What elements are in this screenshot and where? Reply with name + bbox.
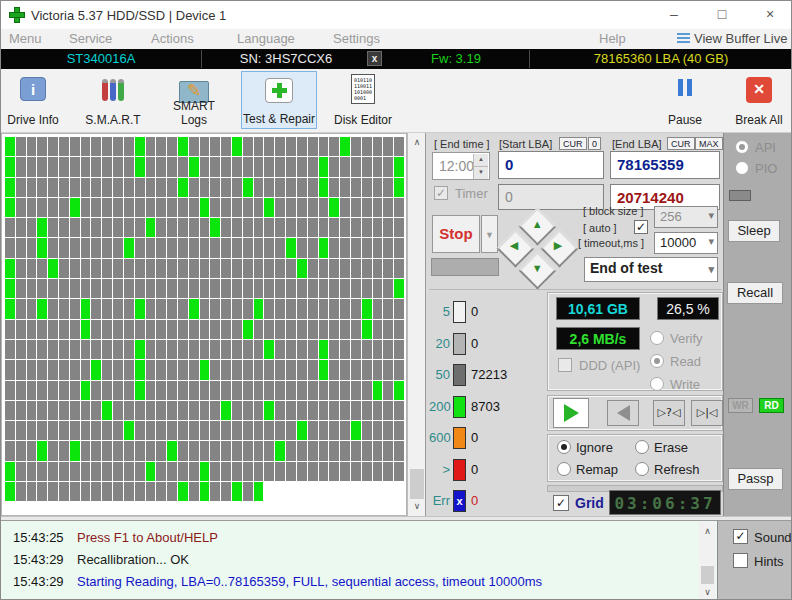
victoria-window: Victoria 5.37 HDD/SSD | Device 1 – □ × M… (0, 0, 792, 600)
log-scrollbar[interactable]: ∧ ∨ (699, 522, 716, 600)
scroll-up-icon[interactable]: ∧ (409, 135, 425, 150)
menu-item-service[interactable]: Service (69, 31, 112, 46)
list-icon (677, 33, 690, 44)
spinner-arrows[interactable]: ▲▼ (473, 154, 488, 178)
first-aid-icon (265, 78, 293, 103)
block-cell (59, 421, 69, 440)
block-cell (297, 137, 307, 156)
block-cell (264, 401, 274, 420)
recall-button[interactable]: Recall (727, 282, 783, 304)
block-cell (146, 462, 156, 481)
sleep-button[interactable]: Sleep (728, 220, 780, 242)
block-cell (383, 259, 393, 278)
menu-item-view-buffer-live[interactable]: View Buffer Live (677, 31, 787, 46)
end-lba-input[interactable]: 78165359 (610, 151, 720, 179)
disk-editor-button[interactable]: 010110110011 1010000001 Disk Editor (327, 71, 399, 129)
block-size-combo[interactable]: 256▾ (654, 206, 718, 228)
block-cell (135, 137, 145, 156)
passp-button[interactable]: Passp (728, 468, 783, 490)
minimize-button[interactable]: – (657, 1, 691, 29)
scrollbar-thumb[interactable] (701, 566, 714, 584)
block-cell (243, 401, 253, 420)
block-cell (102, 137, 112, 156)
block-cell (351, 238, 361, 257)
play-button[interactable] (553, 398, 589, 428)
timeout-combo[interactable]: 10000▾ (654, 232, 718, 254)
start-lba-input[interactable]: 0 (498, 151, 604, 179)
block-cell (156, 462, 166, 481)
seek-question-button[interactable]: ▷?◁ (653, 400, 685, 426)
menu-item-actions[interactable]: Actions (151, 31, 194, 46)
end-action-combo[interactable]: End of test▾ (584, 257, 718, 282)
block-cell (319, 401, 329, 420)
block-cell (275, 381, 285, 400)
block-cell (37, 462, 47, 481)
end-cur-button[interactable]: CUR (667, 137, 695, 150)
block-cell (275, 218, 285, 237)
block-cell (178, 401, 188, 420)
stat-color-box (453, 396, 466, 418)
ddd-api-checkbox[interactable] (558, 358, 572, 372)
block-cell (146, 441, 156, 460)
api-label: API (755, 140, 776, 155)
block-cell (264, 279, 274, 298)
break-all-button[interactable]: ✕ Break All (729, 71, 789, 129)
back-button[interactable] (607, 400, 639, 426)
block-cell (70, 299, 80, 318)
refresh-radio[interactable] (635, 462, 649, 476)
block-cell (383, 462, 393, 481)
smart-logs-button[interactable]: ✎ SMART Logs (159, 71, 229, 129)
map-scrollbar[interactable]: ∧ ∨ (407, 133, 425, 516)
remap-radio[interactable] (557, 462, 571, 476)
write-radio[interactable] (650, 377, 664, 391)
maximize-button[interactable]: □ (705, 1, 739, 29)
scrollbar-thumb[interactable] (410, 469, 424, 499)
pio-radio[interactable] (735, 161, 749, 175)
stop-dropdown-icon[interactable]: ▼ (481, 215, 498, 253)
serial-close-badge[interactable]: x (367, 51, 382, 66)
block-cell (27, 401, 37, 420)
menu-item-menu[interactable]: Menu (9, 31, 42, 46)
end-time-spinner[interactable]: 12:00 ▲▼ (432, 152, 490, 180)
api-radio[interactable] (735, 140, 749, 154)
ignore-radio[interactable] (557, 440, 571, 454)
sound-checkbox[interactable] (733, 529, 748, 544)
scroll-down-icon[interactable]: ∨ (700, 585, 715, 599)
close-button[interactable]: × (753, 1, 787, 29)
scroll-up-icon[interactable]: ∧ (700, 524, 715, 538)
pause-button[interactable]: Pause (659, 71, 711, 129)
block-cell (70, 401, 80, 420)
start-zero-button[interactable]: 0 (588, 137, 601, 150)
stop-button[interactable]: Stop (432, 215, 480, 253)
stat-value: 0 (471, 430, 478, 445)
smart-button[interactable]: S.M.A.R.T (81, 71, 145, 129)
block-cell (167, 421, 177, 440)
grid-checkbox[interactable] (553, 495, 569, 511)
block-cell (373, 178, 383, 197)
start-cur-button[interactable]: CUR (559, 137, 587, 150)
erase-radio[interactable] (635, 440, 649, 454)
drive-info-button[interactable]: i Drive Info (3, 71, 63, 129)
menu-item-language[interactable]: Language (237, 31, 295, 46)
timer-checkbox[interactable] (434, 186, 448, 200)
scroll-down-icon[interactable]: ∨ (409, 499, 425, 514)
block-cell (70, 441, 80, 460)
block-cell (91, 340, 101, 359)
menu-item-settings[interactable]: Settings (333, 31, 380, 46)
block-cell (394, 157, 404, 176)
block-cell (232, 198, 242, 217)
read-radio[interactable] (650, 354, 664, 368)
block-cell (135, 462, 145, 481)
block-cell (189, 157, 199, 176)
block-cell (59, 238, 69, 257)
auto-checkbox[interactable] (634, 220, 648, 234)
pause-label: Pause (659, 113, 711, 127)
end-max-button[interactable]: MAX (695, 137, 723, 150)
verify-radio[interactable] (650, 331, 664, 345)
block-cell (243, 462, 253, 481)
menu-item-help[interactable]: Help (599, 31, 626, 46)
block-cell (70, 482, 80, 501)
seek-end-button[interactable]: ▷|◁ (691, 400, 723, 426)
hints-checkbox[interactable] (733, 553, 748, 568)
test-repair-button[interactable]: Test & Repair (241, 71, 317, 129)
